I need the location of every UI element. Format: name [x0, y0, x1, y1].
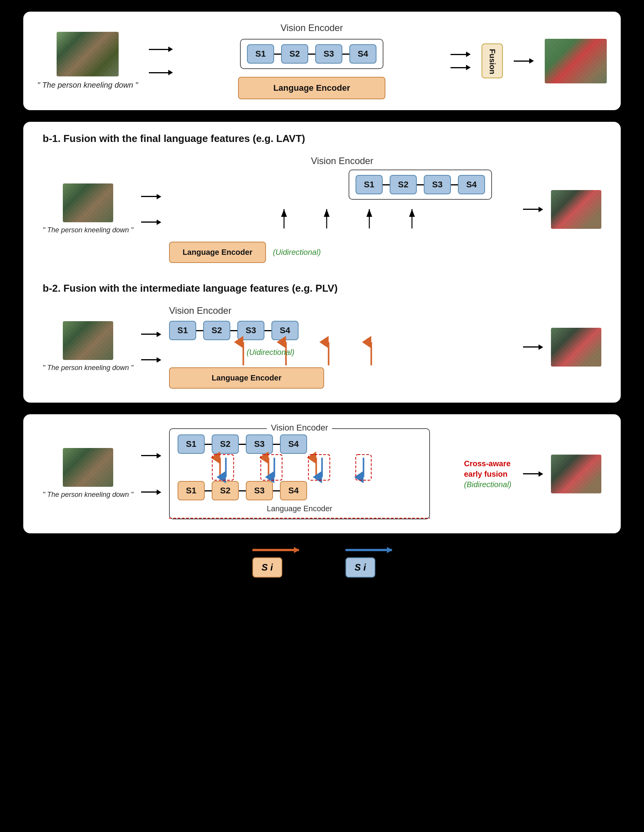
panel-c-lang-label: Language Encoder — [178, 504, 421, 513]
panel-b2-block-s4: S4 — [271, 321, 299, 340]
panel-c-arrow-out-wrapper — [523, 471, 543, 477]
panel-a-diagram: Vision Encoder S1 S2 S3 S4 Language Enco… — [184, 22, 440, 99]
panel-b1-block-s3: S3 — [424, 175, 451, 194]
panel-a-output-image-container — [545, 39, 607, 83]
panel-b2-lang-box: Language Encoder — [169, 367, 324, 389]
panel-c-cross-label-group: Cross-aware early fusion (Bidirectional) — [464, 459, 511, 489]
panel-c-arrow-top-in — [141, 453, 161, 458]
panel-a-arrows-to-fusion — [451, 52, 471, 70]
panel-b: b-1. Fusion with the final language feat… — [23, 122, 621, 403]
legend-orange-arrowhead — [294, 547, 299, 553]
legend-blue-item: S i — [345, 549, 392, 578]
legend-panel: S i S i — [221, 545, 423, 581]
panel-a-input-image — [57, 32, 119, 76]
panel-b2-lang-row: Language Encoder — [169, 367, 515, 389]
panel-c-top-s3: S3 — [246, 434, 273, 454]
panel-b2-image-container: " The person kneeling down " — [43, 321, 133, 373]
panel-c-bidir-arrows — [178, 454, 421, 481]
panel-b2-arrow-bottom — [141, 357, 161, 363]
panel-c-cross-label: Cross-aware — [464, 459, 511, 468]
legend-blue-block: S i — [345, 557, 375, 578]
panel-c-output-container — [551, 455, 601, 493]
panel-c-bottom-dashed — [169, 512, 430, 524]
panel-b2-section: b-2. Fusion with the intermediate langua… — [43, 282, 601, 389]
panel-b2-block-s1: S1 — [169, 321, 196, 340]
panel-c-bottom-s4: S4 — [280, 481, 307, 500]
panel-c-arrows-svg — [178, 454, 421, 481]
panel-c-image-container: " The person kneeling down " — [43, 448, 133, 500]
panel-b2-direction-label: (Uidirectional) — [247, 348, 294, 357]
panel-c-top-row: S1 S2 S3 S4 — [178, 434, 421, 454]
panel-a-output-image — [545, 39, 607, 83]
panel-b1-output-image — [551, 190, 601, 229]
panel-b1-block-s1: S1 — [356, 175, 383, 194]
panel-c-encoder-wrapper: Vision Encoder S1 S2 S3 S4 — [169, 428, 430, 519]
panel-c-quote: " The person kneeling down " — [43, 490, 133, 500]
panel-b2-block-s2: S2 — [203, 321, 230, 340]
panel-c-input-image — [63, 448, 113, 487]
panel-a-arrow-to-vision — [149, 47, 173, 52]
panel-b1-arrow-out — [523, 207, 543, 212]
panel-b2-arrow-out — [523, 344, 543, 350]
panel-b2-arrows-row: (Uidirectional) — [169, 340, 515, 367]
legend-orange-arrow-body — [252, 549, 299, 551]
panel-a-quote: " The person kneeling down " — [37, 80, 138, 90]
panel-a-vision-section: Vision Encoder S1 S2 S3 S4 — [240, 22, 383, 69]
legend-orange-arrow — [252, 549, 299, 551]
panel-b1-quote: " The person kneeling down " — [43, 225, 133, 235]
panel-b1-image-container: " The person kneeling down " — [43, 183, 133, 235]
panel-c-bottom-s2: S2 — [212, 481, 239, 500]
panel-c-row: " The person kneeling down " Vision Enco… — [43, 428, 601, 519]
panel-c-outer-title: Vision Encoder — [267, 423, 332, 433]
panel-b2-diagram-row: " The person kneeling down " Vision Enc — [43, 305, 601, 389]
panel-b1-arrow-bottom — [141, 220, 161, 225]
panel-b1-block-s4: S4 — [458, 175, 485, 194]
panel-b1-lang-row: Language Encoder (Uidirectional) — [169, 242, 515, 263]
panel-c-arrow-bottom-in — [141, 490, 161, 495]
panel-a-arrow-vision-fusion — [451, 52, 471, 57]
panel-b1-vision-title: Vision Encoder — [311, 156, 373, 166]
panel-c-direction-label: (Bidirectional) — [464, 480, 511, 489]
panel-b1-vision-wrapper: Vision Encoder S1 S2 S3 S4 — [169, 156, 515, 200]
panel-a-block-s2: S2 — [281, 44, 308, 64]
panel-c-output-image — [551, 455, 601, 493]
panel-b1-arrows-svg — [169, 205, 515, 236]
panel-b2-vision-wrapper: Vision Encoder S1 S2 S3 S4 — [169, 305, 515, 340]
panel-b2-quote: " The person kneeling down " — [43, 363, 133, 373]
panel-b2-title: b-2. Fusion with the intermediate langua… — [43, 282, 601, 294]
panel-a-arrow-lang-fusion — [451, 65, 471, 70]
panel-c-top-s2: S2 — [212, 434, 239, 454]
panel-a: " The person kneeling down " Vision Enco… — [23, 12, 621, 110]
panel-c-top-s1: S1 — [178, 434, 205, 454]
panel-a-lang-box: Language Encoder — [238, 77, 385, 99]
legend-orange-block: S i — [252, 557, 282, 578]
panel-b1-vision-box: S1 S2 S3 S4 — [349, 170, 492, 200]
panel-a-vision-box: S1 S2 S3 S4 — [240, 39, 383, 69]
panel-b1-lang-box: Language Encoder — [169, 242, 266, 263]
panel-a-arrow-to-lang — [149, 70, 173, 75]
panel-b1-diagram-row: " The person kneeling down " Vision Enc — [43, 156, 601, 263]
panel-b1-section: b-1. Fusion with the final language feat… — [43, 133, 601, 263]
panel-a-arrow-from-fusion — [514, 58, 534, 64]
panel-b2-vision-title: Vision Encoder — [169, 305, 231, 316]
legend-blue-arrowhead — [387, 547, 392, 553]
panel-c: " The person kneeling down " Vision Enco… — [23, 414, 621, 533]
panel-b1-input-image — [63, 183, 113, 222]
panel-b2-block-s3: S3 — [237, 321, 264, 340]
legend-blue-arrow-body — [345, 549, 392, 551]
panel-a-lang-section: Language Encoder — [238, 77, 385, 99]
panel-a-fusion-block: Fusion — [482, 43, 503, 78]
legend-blue-arrow — [345, 549, 392, 551]
legend-orange-item: S i — [252, 549, 299, 578]
panel-c-bottom-s3: S3 — [246, 481, 273, 500]
panel-c-bottom-row: S1 S2 S3 S4 — [178, 481, 421, 500]
panel-a-block-s4: S4 — [349, 44, 376, 64]
panel-c-arrow-out — [523, 471, 543, 477]
panel-c-bottom-s1: S1 — [178, 481, 205, 500]
panel-a-vision-title: Vision Encoder — [280, 22, 343, 33]
panel-b2-arrow-top — [141, 332, 161, 337]
panel-b2-input-image — [63, 321, 113, 360]
panel-b1-arrow-top — [141, 194, 161, 199]
panel-b1-main-diagram: Vision Encoder S1 S2 S3 S4 — [169, 156, 515, 263]
panel-a-image-container: " The person kneeling down " — [37, 32, 138, 90]
